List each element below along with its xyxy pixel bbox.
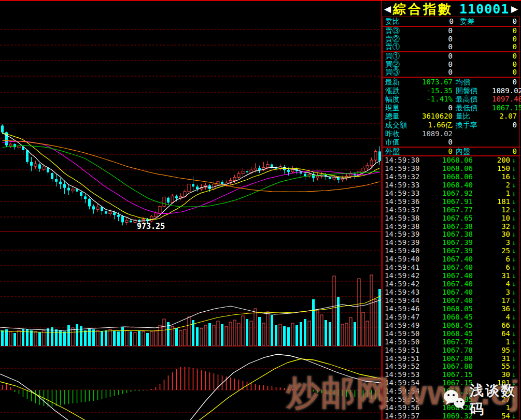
down-arrow-icon: ↓ <box>510 156 517 165</box>
weicha-label: 委差 <box>454 17 487 25</box>
down-arrow-icon: ↓ <box>510 190 517 198</box>
prev-stock-button[interactable]: ◀ <box>383 4 392 14</box>
tick-row: 14:59:441067.4017↓ <box>383 297 519 305</box>
tick-row: 14:59:371067.7712↓ <box>383 206 519 214</box>
down-arrow-icon: ↓ <box>510 305 517 313</box>
down-arrow-icon: ↓ <box>510 173 517 181</box>
tick-row: 14:59:541067.155↓ <box>383 387 519 396</box>
quote-row: 市值0 <box>383 138 519 147</box>
down-arrow-icon: ↓ <box>510 255 517 264</box>
tick-list[interactable]: 14:59:301068.06200↓14:59:301068.06150↓14… <box>382 156 520 420</box>
down-arrow-icon: ↓ <box>510 264 517 272</box>
tick-row: 14:59:301068.06200↓ <box>383 156 519 165</box>
down-arrow-icon: ↓ <box>510 206 517 214</box>
quote-row: 總量3610620量比2.07 <box>383 112 519 121</box>
bid-quotes-box: 買①00買②00買③00 <box>382 52 520 77</box>
down-arrow-icon: ↓ <box>510 322 517 330</box>
weicha-value: 0 <box>487 17 517 25</box>
ask-row: 賣①00 <box>383 43 519 51</box>
down-arrow-icon: ↓ <box>510 198 517 206</box>
down-arrow-icon: ↓ <box>510 404 517 412</box>
tick-row: 14:59:501067.761↓ <box>383 338 519 346</box>
tick-row: 14:59:461068.0536↓ <box>383 305 519 313</box>
down-arrow-icon: ↓ <box>510 239 517 247</box>
quote-detail-box: 最新1073.67均價0漲跌-15.35開盤價1089.02幅度-1.41%最高… <box>382 77 520 147</box>
ask-row: 賣②00 <box>383 35 519 44</box>
down-arrow-icon: ↓ <box>510 230 517 239</box>
tick-row: 14:59:501068.4564↓ <box>383 330 519 338</box>
tick-row: 14:59:321068.0616↓ <box>383 173 519 181</box>
outer-volume-value: 0 <box>416 148 453 155</box>
weibi-label: 委比 <box>385 17 414 25</box>
bid-row: 買③00 <box>383 68 519 77</box>
tick-row: 14:59:521067.8055↓ <box>383 363 519 371</box>
tick-row: 14:59:511067.8031↓ <box>383 355 519 363</box>
down-arrow-icon: ↓ <box>510 412 517 420</box>
kline-chart-svg: 973.25 <box>0 0 382 420</box>
outer-volume-label: 外盤 <box>385 148 416 155</box>
down-arrow-icon: ↓ <box>510 247 517 255</box>
weibi-value: 0 <box>414 17 454 25</box>
bid-row: 買②00 <box>383 61 519 69</box>
next-stock-button[interactable]: ▶ <box>510 4 519 14</box>
quote-panel: ◀ 綜合指數 110001 ▶ 委比 0 委差 0 賣③00賣②00賣①00 買… <box>382 1 521 420</box>
candle-pane: 973.25 <box>1 124 381 231</box>
tick-row: 14:59:511067.7895↓ <box>383 346 519 355</box>
quote-row: 幅度-1.41%最高價1097.40 <box>383 95 519 104</box>
down-arrow-icon: ↓ <box>510 272 517 280</box>
tick-row: 14:59:541067.15101↓ <box>383 379 519 387</box>
tick-row: 14:59:361067.91181↓ <box>383 198 519 206</box>
macd-pane <box>0 354 381 420</box>
down-arrow-icon: ↓ <box>510 338 517 346</box>
tick-row: 14:59:391067.393↓ <box>383 239 519 247</box>
tick-row: 14:59:561068.281↓ <box>383 404 519 412</box>
down-arrow-icon: ↓ <box>510 330 517 338</box>
down-arrow-icon: ↓ <box>510 280 517 288</box>
tick-row: 14:59:331068.402↓ <box>383 181 519 190</box>
down-arrow-icon: ↓ <box>510 371 517 379</box>
ask-row: 賣③00 <box>383 27 519 35</box>
down-arrow-icon: ↓ <box>510 346 517 355</box>
quote-row: 漲跌-15.35開盤價1089.02 <box>383 86 519 95</box>
tick-row: 14:59:401067.406↓ <box>383 255 519 264</box>
tick-row: 14:59:381067.3832↓ <box>383 223 519 231</box>
kline-chart-area[interactable]: 973.25 <box>0 0 382 420</box>
down-arrow-icon: ↓ <box>510 363 517 371</box>
inner-volume-label: 內盤 <box>453 148 492 155</box>
tick-row: 14:59:401067.3925↓ <box>383 247 519 255</box>
tick-row: 14:59:531067.1530↓ <box>383 371 519 379</box>
stock-name: 綜合指數 <box>393 1 453 18</box>
tick-row: 14:59:421067.404↓ <box>383 280 519 288</box>
stock-code: 110001 <box>459 2 509 17</box>
inout-box: 外盤 0 內盤 0 <box>382 147 520 156</box>
volume-pane <box>0 275 381 346</box>
tick-row: 14:59:391067.3830↓ <box>383 230 519 239</box>
inner-volume-value: 0 <box>492 148 517 155</box>
down-arrow-icon: ↓ <box>510 355 517 363</box>
quote-row: 成交額1.66亿換手率0 <box>383 121 519 129</box>
quote-row: 最新1073.67均價0 <box>383 78 519 86</box>
down-arrow-icon: ↓ <box>510 297 517 305</box>
low-annotation: 973.25 <box>137 222 165 231</box>
gridlines <box>0 30 382 412</box>
tick-row: 14:59:571069.3254↓ <box>383 412 519 420</box>
ask-quotes-box: 賣③00賣②00賣①00 <box>382 26 520 52</box>
down-arrow-icon: ↓ <box>510 396 517 404</box>
weibi-box: 委比 0 委差 0 <box>382 17 520 26</box>
tick-row: 14:59:381067.6510↓ <box>383 214 519 223</box>
tick-row: 14:59:491068.4566↓ <box>383 322 519 330</box>
down-arrow-icon: ↓ <box>510 165 517 173</box>
tick-row: 14:59:431067.403↓ <box>383 288 519 297</box>
tick-row: 14:59:551068.8527↓ <box>383 396 519 404</box>
quote-row: 昨收1089.02 <box>383 129 519 138</box>
tick-row: 14:59:421067.4031↓ <box>383 272 519 280</box>
down-arrow-icon: ↓ <box>510 214 517 223</box>
tick-row: 14:59:471068.454↓ <box>383 313 519 322</box>
down-arrow-icon: ↓ <box>510 181 517 190</box>
quote-row: 現量0最低價1067.15 <box>383 104 519 112</box>
down-arrow-icon: ↓ <box>510 288 517 297</box>
tick-row: 14:59:301068.06150↓ <box>383 165 519 173</box>
down-arrow-icon: ↓ <box>510 379 517 387</box>
bid-row: 買①00 <box>383 52 519 61</box>
down-arrow-icon: ↓ <box>510 387 517 396</box>
